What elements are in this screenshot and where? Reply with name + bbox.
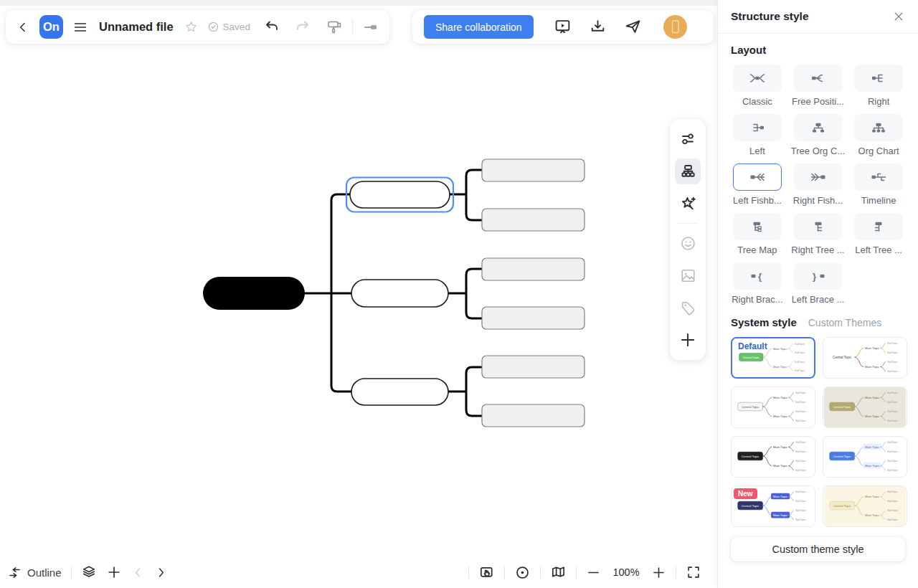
custom-theme-style-button[interactable]: Custom theme style [731, 537, 905, 561]
send-button[interactable] [624, 18, 642, 36]
left-brace-layout-icon[interactable]: } [794, 262, 843, 290]
download-button[interactable] [589, 18, 607, 36]
layout-option-left-tree[interactable]: Left Tree ... [852, 213, 905, 255]
layout-option-right[interactable]: Right [852, 65, 905, 107]
format-painter-icon[interactable] [326, 19, 343, 36]
leaf-node-5[interactable] [482, 356, 585, 378]
app-logo[interactable]: On [39, 15, 63, 39]
add-node-icon[interactable] [675, 327, 701, 353]
layout-option-tree-org-chart[interactable]: Tree Org C... [791, 114, 845, 156]
leaf-node-4[interactable] [482, 307, 585, 329]
layout-option-right-fishbone[interactable]: Right Fish... [791, 163, 845, 206]
tab-system-style[interactable]: System style [731, 316, 797, 328]
svg-text:SubTopic: SubTopic [887, 419, 898, 422]
layout-option-left-brace[interactable]: }Left Brace ... [791, 262, 845, 305]
layers-button[interactable] [81, 564, 97, 580]
file-title[interactable]: Unnamed file [99, 20, 174, 34]
svg-text:Central Topic: Central Topic [742, 405, 760, 409]
left-tree-layout-icon[interactable] [854, 213, 903, 240]
leaf-node-3[interactable] [482, 258, 585, 280]
tab-custom-themes[interactable]: Custom Themes [808, 317, 881, 328]
rail-divider [678, 223, 698, 224]
leaf-node-2[interactable] [482, 209, 585, 231]
svg-text:SubTopic: SubTopic [887, 450, 898, 453]
layout-option-classic[interactable]: Classic [731, 65, 784, 107]
layout-option-left-fishbone[interactable]: Left Fishb... [731, 163, 784, 206]
zoom-level[interactable]: 100% [610, 566, 642, 578]
layout-option-timeline[interactable]: Timeline [852, 163, 905, 206]
classic-layout-icon[interactable] [733, 65, 782, 92]
svg-text:Main Topic: Main Topic [773, 396, 787, 399]
leaf-node-6[interactable] [482, 404, 585, 427]
theme-colorful[interactable]: Central TopicMain TopicMain TopicSubTopi… [823, 337, 907, 379]
bottom-bar: Outline 100% [0, 556, 717, 588]
layout-label: Timeline [861, 195, 896, 206]
theme-olive[interactable]: Central TopicMain TopicMain TopicSubTopi… [823, 387, 907, 428]
theme-cream[interactable]: Central TopicMain TopicMain TopicSubTopi… [823, 485, 907, 527]
central-topic-node[interactable] [203, 277, 305, 310]
theme-black[interactable]: Central TopicMain TopicMain TopicSubTopi… [731, 436, 815, 478]
branch-node-2[interactable] [351, 280, 448, 307]
menu-button[interactable] [72, 19, 88, 35]
style-adjust-icon[interactable] [675, 126, 701, 152]
left-fishbone-layout-icon[interactable] [733, 163, 782, 191]
org-chart-layout-icon[interactable] [854, 114, 903, 141]
theme-blue[interactable]: Central TopicMain TopicMain TopicSubTopi… [823, 436, 907, 478]
emoji-icon[interactable] [675, 230, 701, 256]
theme-default[interactable]: Central TopicMain TopicMain TopicSubTopi… [731, 337, 815, 379]
right-tree-layout-icon[interactable] [794, 213, 843, 240]
right-fishbone-layout-icon[interactable] [794, 163, 843, 191]
layout-option-free-position[interactable]: Free Positi... [791, 65, 845, 107]
user-avatar[interactable] [663, 15, 687, 39]
branch-node-1[interactable] [350, 181, 450, 208]
theme-outline[interactable]: Central TopicMain TopicMain TopicSubTopi… [731, 387, 815, 428]
svg-text:SubTopic: SubTopic [795, 401, 806, 404]
image-icon[interactable] [675, 262, 701, 288]
free-position-layout-icon[interactable] [794, 65, 843, 92]
structure-style-icon[interactable] [675, 158, 701, 184]
close-panel-icon[interactable] [892, 10, 905, 23]
ai-magic-icon[interactable] [675, 191, 701, 217]
zoom-in-button[interactable] [651, 565, 666, 580]
hand-tool-button[interactable] [478, 564, 495, 581]
next-page-button[interactable] [154, 566, 168, 579]
tag-icon[interactable] [675, 295, 701, 321]
undo-button[interactable] [264, 19, 280, 35]
share-collaboration-button[interactable]: Share collaboration [424, 15, 534, 39]
fullscreen-button[interactable] [686, 564, 701, 580]
back-button[interactable] [16, 20, 30, 34]
layout-option-left[interactable]: Left [731, 114, 784, 156]
redo-button[interactable] [295, 19, 311, 35]
bottom-divider [468, 566, 469, 579]
timeline-layout-icon[interactable] [854, 163, 903, 191]
layout-option-right-brace[interactable]: {Right Brac... [731, 262, 784, 305]
tree-map-layout-icon[interactable] [733, 213, 782, 240]
present-button[interactable] [554, 18, 572, 36]
tree-org-chart-layout-icon[interactable] [794, 114, 843, 141]
layout-label: Left Tree ... [855, 245, 902, 255]
locate-center-button[interactable] [514, 564, 531, 581]
layout-option-org-chart[interactable]: Org Chart [852, 114, 905, 156]
branch-node-3[interactable] [351, 379, 448, 405]
left-layout-icon[interactable] [733, 114, 782, 141]
theme-indigo[interactable]: Central TopicMain TopicMain TopicSubTopi… [731, 485, 815, 527]
layout-option-right-tree[interactable]: Right Tree ... [791, 213, 845, 255]
mindmap-canvas[interactable] [0, 0, 717, 588]
outline-button[interactable]: Outline [7, 565, 62, 580]
layout-option-tree-map[interactable]: Tree Map [731, 213, 784, 255]
svg-text:SubTopic: SubTopic [887, 361, 898, 364]
zoom-out-button[interactable] [586, 565, 601, 580]
svg-text:SubTopic: SubTopic [887, 410, 898, 413]
svg-text:SubTopic: SubTopic [795, 518, 806, 521]
favorite-star-icon[interactable] [184, 20, 198, 34]
theme-grid: Central TopicMain TopicMain TopicSubTopi… [731, 337, 905, 527]
prev-page-button[interactable] [131, 566, 145, 579]
right-brace-layout-icon[interactable]: { [733, 262, 782, 290]
right-layout-icon[interactable] [854, 65, 903, 92]
leaf-node-1[interactable] [482, 159, 585, 181]
minimap-button[interactable] [550, 564, 567, 581]
svg-text:Main Topic: Main Topic [773, 347, 787, 351]
add-page-button[interactable] [106, 564, 122, 580]
laser-pointer-icon[interactable] [362, 19, 379, 36]
canvas-tool-rail [670, 119, 706, 360]
